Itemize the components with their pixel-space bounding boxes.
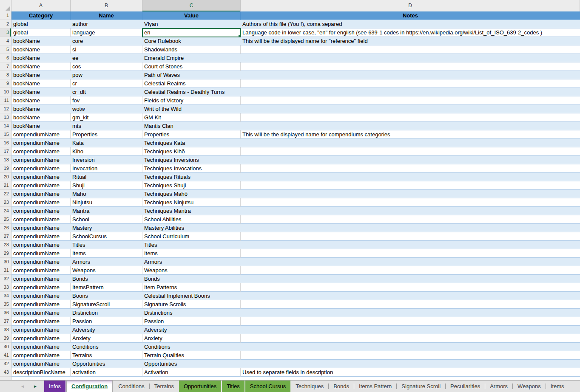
cell-C41[interactable]: Terrain Qualities	[142, 351, 241, 360]
cell-A10[interactable]: bookName	[11, 88, 71, 96]
cell-A24[interactable]: compendiumName	[11, 207, 71, 215]
row-header-16[interactable]: 16	[0, 139, 11, 147]
cell-D35[interactable]	[241, 300, 580, 309]
row-header-31[interactable]: 31	[0, 266, 11, 275]
cell-A9[interactable]: bookName	[11, 79, 71, 88]
cell-C25[interactable]: School Abilities	[142, 215, 241, 224]
cell-A1[interactable]: Category	[11, 11, 71, 20]
cell-B31[interactable]: Weapons	[71, 266, 142, 275]
cell-A4[interactable]: bookName	[11, 37, 71, 45]
cell-B16[interactable]: Kata	[71, 139, 142, 147]
cell-B20[interactable]: Ritual	[71, 173, 142, 181]
cell-A38[interactable]: compendiumName	[11, 326, 71, 334]
cell-B5[interactable]: sl	[71, 45, 142, 54]
row-header-2[interactable]: 2	[0, 20, 11, 28]
cell-B30[interactable]: Armors	[71, 258, 142, 266]
cell-C34[interactable]: Celestial Implement Boons	[142, 292, 241, 300]
cell-B13[interactable]: gm_kit	[71, 113, 142, 122]
cell-C20[interactable]: Techniques Rituals	[142, 173, 241, 181]
cell-C28[interactable]: Titles	[142, 241, 241, 249]
cell-A8[interactable]: bookName	[11, 71, 71, 79]
cell-A33[interactable]: compendiumName	[11, 283, 71, 292]
cell-B10[interactable]: cr_dlt	[71, 88, 142, 96]
column-header-B[interactable]: B	[71, 0, 142, 11]
cell-C15[interactable]: Properties	[142, 130, 241, 139]
sheet-tab-items-pattern[interactable]: Items Pattern	[354, 381, 396, 392]
cell-B4[interactable]: core	[71, 37, 142, 45]
cell-A30[interactable]: compendiumName	[11, 258, 71, 266]
cell-D2[interactable]: Authors of this file (You !), coma separ…	[241, 20, 580, 28]
cell-B34[interactable]: Boons	[71, 292, 142, 300]
cell-D23[interactable]	[241, 198, 580, 207]
cell-C9[interactable]: Celestial Realms	[142, 79, 241, 88]
row-header-35[interactable]: 35	[0, 300, 11, 309]
cell-D32[interactable]	[241, 275, 580, 283]
cell-A32[interactable]: compendiumName	[11, 275, 71, 283]
cell-C33[interactable]: Item Patterns	[142, 283, 241, 292]
row-header-39[interactable]: 39	[0, 334, 11, 343]
cell-D33[interactable]	[241, 283, 580, 292]
cell-C36[interactable]: Distinctions	[142, 309, 241, 317]
cell-D29[interactable]	[241, 249, 580, 258]
sheet-tab-signature-scroll[interactable]: Signature Scroll	[397, 381, 445, 392]
cell-D41[interactable]	[241, 351, 580, 360]
cell-D9[interactable]	[241, 79, 580, 88]
cell-B21[interactable]: Shuji	[71, 181, 142, 190]
row-header-30[interactable]: 30	[0, 258, 11, 266]
cell-B42[interactable]: Opportunities	[71, 360, 142, 368]
cell-C42[interactable]: Opportunities	[142, 360, 241, 368]
cell-C37[interactable]: Passion	[142, 317, 241, 326]
cell-D26[interactable]	[241, 224, 580, 232]
row-header-26[interactable]: 26	[0, 224, 11, 232]
cell-A2[interactable]: global	[11, 20, 71, 28]
cell-A36[interactable]: compendiumName	[11, 309, 71, 317]
row-header-40[interactable]: 40	[0, 343, 11, 351]
cell-A35[interactable]: compendiumName	[11, 300, 71, 309]
cell-B27[interactable]: SchoolCursus	[71, 232, 142, 241]
cell-B12[interactable]: wotw	[71, 105, 142, 113]
row-header-32[interactable]: 32	[0, 275, 11, 283]
cell-C35[interactable]: Signature Scrolls	[142, 300, 241, 309]
row-header-24[interactable]: 24	[0, 207, 11, 215]
cell-B25[interactable]: School	[71, 215, 142, 224]
cell-B41[interactable]: Terrains	[71, 351, 142, 360]
cell-C40[interactable]: Conditions	[142, 343, 241, 351]
row-header-6[interactable]: 6	[0, 54, 11, 62]
cell-C8[interactable]: Path of Waves	[142, 71, 241, 79]
row-header-28[interactable]: 28	[0, 241, 11, 249]
cell-D39[interactable]	[241, 334, 580, 343]
cell-C23[interactable]: Techniques Ninjutsu	[142, 198, 241, 207]
row-header-4[interactable]: 4	[0, 37, 11, 45]
cell-D34[interactable]	[241, 292, 580, 300]
cell-B28[interactable]: Titles	[71, 241, 142, 249]
cell-A16[interactable]: compendiumName	[11, 139, 71, 147]
cell-D42[interactable]	[241, 360, 580, 368]
cell-D3[interactable]: Language code in lower case, "en" for en…	[241, 28, 580, 37]
row-header-34[interactable]: 34	[0, 292, 11, 300]
cell-A3[interactable]: global	[11, 28, 71, 37]
cell-B3[interactable]: language	[71, 28, 142, 37]
sheet-tab-titles[interactable]: Titles	[222, 381, 245, 392]
cell-C10[interactable]: Celestial Realms - Deathly Turns	[142, 88, 241, 96]
cell-C38[interactable]: Adversity	[142, 326, 241, 334]
cell-B17[interactable]: Kiho	[71, 147, 142, 156]
cell-B1[interactable]: Name	[71, 11, 142, 20]
cell-D20[interactable]	[241, 173, 580, 181]
cell-A28[interactable]: compendiumName	[11, 241, 71, 249]
row-header-27[interactable]: 27	[0, 232, 11, 241]
cell-D24[interactable]	[241, 207, 580, 215]
row-header-29[interactable]: 29	[0, 249, 11, 258]
cell-D21[interactable]	[241, 181, 580, 190]
cell-B43[interactable]: activation	[71, 368, 142, 377]
cell-D27[interactable]	[241, 232, 580, 241]
row-header-12[interactable]: 12	[0, 105, 11, 113]
cell-D12[interactable]	[241, 105, 580, 113]
cell-A14[interactable]: bookName	[11, 122, 71, 130]
cell-C26[interactable]: Mastery Abilities	[142, 224, 241, 232]
row-header-41[interactable]: 41	[0, 351, 11, 360]
cell-D19[interactable]	[241, 164, 580, 173]
row-header-20[interactable]: 20	[0, 173, 11, 181]
row-header-1[interactable]: 1	[0, 11, 11, 20]
cell-C39[interactable]: Anxiety	[142, 334, 241, 343]
cell-B23[interactable]: Ninjutsu	[71, 198, 142, 207]
